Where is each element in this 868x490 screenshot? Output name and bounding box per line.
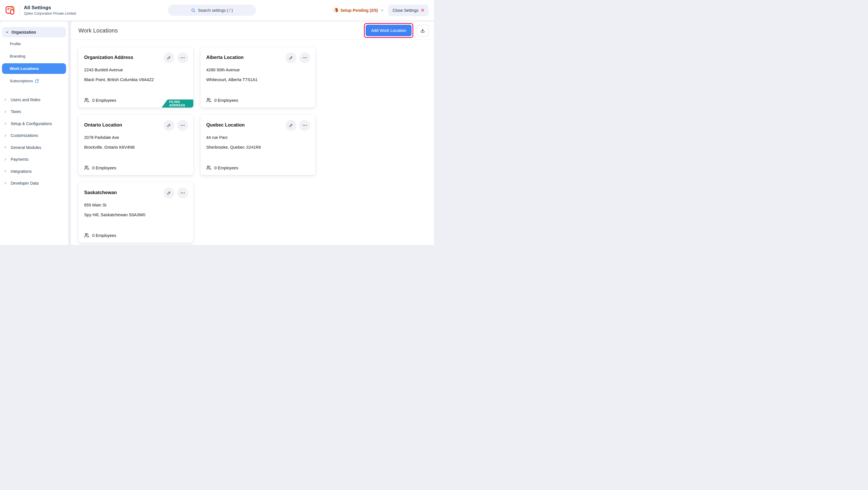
chevron-down-icon — [380, 8, 384, 12]
chevron-right-icon — [4, 158, 7, 161]
address-line-1: 2243 Burdett Avenue — [84, 67, 123, 72]
more-options-button[interactable] — [299, 120, 310, 131]
more-options-button[interactable] — [177, 120, 188, 131]
chevron-right-icon — [4, 134, 7, 137]
sidebar-group-taxes[interactable]: Taxes — [0, 106, 68, 118]
sidebar-group-label: Customizations — [11, 133, 38, 138]
card-title: Organization Address — [84, 55, 133, 60]
main-content-panel: Work Locations Add Work Location Organiz… — [71, 22, 434, 245]
close-settings-button[interactable]: Close Settings — [388, 5, 429, 16]
ellipsis-icon — [180, 125, 185, 126]
sidebar-group-developer-data[interactable]: Developer Data — [0, 177, 68, 190]
edit-button[interactable] — [163, 120, 174, 131]
search-settings-input[interactable]: Search settings ( / ) — [168, 5, 256, 16]
edit-button[interactable] — [285, 52, 297, 63]
sidebar-group-label: General Modules — [11, 145, 41, 150]
employees-icon — [84, 233, 89, 238]
sidebar-group-label: Users and Roles — [11, 97, 40, 102]
pencil-icon — [289, 56, 293, 60]
chevron-down-icon — [5, 30, 9, 34]
app-logo-icon[interactable] — [5, 4, 17, 17]
card-title: Ontario Location — [84, 122, 122, 128]
address-line-1: 44 rue Parc — [206, 135, 228, 140]
sidebar-group-integrations[interactable]: Integrations — [0, 165, 68, 177]
chevron-right-icon — [4, 122, 7, 125]
edit-button[interactable] — [163, 52, 174, 63]
employees-icon — [84, 98, 89, 103]
address-line-2: Brockville, Ontario K6V4N8 — [84, 145, 135, 149]
selected-item-highlight[interactable]: Work Locations — [2, 63, 66, 74]
pencil-icon — [166, 123, 171, 128]
address-line-1: 655 Main St — [84, 203, 106, 207]
ellipsis-icon — [180, 57, 185, 58]
sidebar-group-customizations[interactable]: Customizations — [0, 130, 68, 142]
chevron-right-icon — [4, 146, 7, 149]
main-header: Work Locations Add Work Location — [71, 22, 434, 40]
card-title: Alberta Location — [206, 55, 244, 60]
export-download-button[interactable] — [417, 25, 429, 36]
setup-pending-label: Setup Pending (2/5) — [340, 8, 378, 13]
page-title: Work Locations — [79, 27, 118, 34]
page-heading: All Settings — [24, 5, 76, 11]
badge-label: FILING ADDRESS — [169, 99, 193, 108]
work-location-card-saskatchewan: Saskatchewan 655 Main St Spy Hill, Saska… — [79, 182, 193, 243]
edit-button[interactable] — [285, 120, 297, 131]
sidebar-group-payments[interactable]: Payments — [0, 153, 68, 166]
ellipsis-icon — [303, 125, 307, 126]
chevron-right-icon — [4, 98, 7, 101]
pencil-icon — [289, 123, 293, 128]
setup-progress-pie-icon — [333, 8, 338, 13]
chevron-right-icon — [4, 182, 7, 185]
sidebar-item-work-locations[interactable]: Work Locations — [0, 62, 68, 75]
sidebar-group-label: Payments — [11, 157, 28, 162]
sidebar-group-general-modules[interactable]: General Modules — [0, 142, 68, 153]
sidebar-group-setup-configurations[interactable]: Setup & Configurations — [0, 118, 68, 130]
sidebar-item-subscriptions[interactable]: Subscriptions — [0, 75, 68, 87]
sidebar-item-profile[interactable]: Profile — [0, 38, 68, 50]
employees-count: 0 Employees — [214, 166, 239, 170]
employees-icon — [206, 98, 211, 103]
sidebar-item-label: Profile — [10, 42, 21, 46]
address-line-2: Spy Hill, Saskatchewan S0A3W0 — [84, 212, 145, 217]
sidebar-section-label: Organization — [11, 30, 36, 34]
address-line-1: 2078 Parkdale Ave — [84, 135, 119, 140]
card-title: Quebec Location — [206, 122, 245, 128]
sidebar-group-label: Taxes — [11, 109, 21, 114]
work-location-card-organization-address: Organization Address 2243 Burdett Avenue… — [79, 47, 193, 108]
work-location-card-ontario: Ontario Location 2078 Parkdale Ave Brock… — [79, 115, 193, 175]
employees-count: 0 Employees — [214, 98, 239, 103]
address-line-2: Sherbrooke, Quebec J1H1R6 — [206, 145, 261, 149]
chevron-right-icon — [4, 170, 7, 173]
download-icon — [420, 28, 425, 33]
more-options-button[interactable] — [177, 188, 188, 198]
top-header: All Settings Zylker Corporation Private … — [0, 0, 434, 21]
address-line-1: 4280 50th Avenue — [206, 67, 240, 72]
address-line-2: Whitecourt, Alberta T7S1A1 — [206, 77, 258, 82]
sidebar-group-label: Setup & Configurations — [11, 121, 52, 126]
sidebar-group-users-and-roles[interactable]: Users and Roles — [0, 94, 68, 106]
more-options-button[interactable] — [177, 52, 188, 63]
brand-area: All Settings Zylker Corporation Private … — [5, 0, 76, 21]
setup-pending-menu[interactable]: Setup Pending (2/5) — [333, 8, 384, 13]
search-icon — [191, 8, 195, 13]
employees-count: 0 Employees — [92, 166, 116, 170]
more-options-button[interactable] — [299, 52, 310, 63]
address-line-2: Black Point, British Columbia V8A4Z2 — [84, 77, 154, 82]
pencil-icon — [166, 191, 171, 195]
search-placeholder-text: Search settings ( / ) — [198, 8, 232, 13]
ellipsis-icon — [180, 192, 185, 194]
close-icon — [421, 9, 424, 12]
sidebar-section-organization[interactable]: Organization — [2, 27, 66, 37]
employees-icon — [84, 165, 89, 170]
work-location-card-alberta: Alberta Location 4280 50th Avenue Whitec… — [200, 47, 315, 108]
chevron-right-icon — [4, 110, 7, 113]
work-locations-grid: Organization Address 2243 Burdett Avenue… — [71, 40, 434, 245]
add-work-location-button[interactable]: Add Work Location — [366, 25, 412, 36]
filing-address-badge: FILING ADDRESS — [162, 99, 193, 108]
ellipsis-icon — [303, 57, 307, 58]
employees-count: 0 Employees — [92, 233, 116, 238]
card-title: Saskatchewan — [84, 190, 117, 195]
edit-button[interactable] — [163, 188, 174, 198]
org-name-subtitle: Zylker Corporation Private Limited — [24, 11, 76, 16]
sidebar-item-branding[interactable]: Branding — [0, 50, 68, 62]
